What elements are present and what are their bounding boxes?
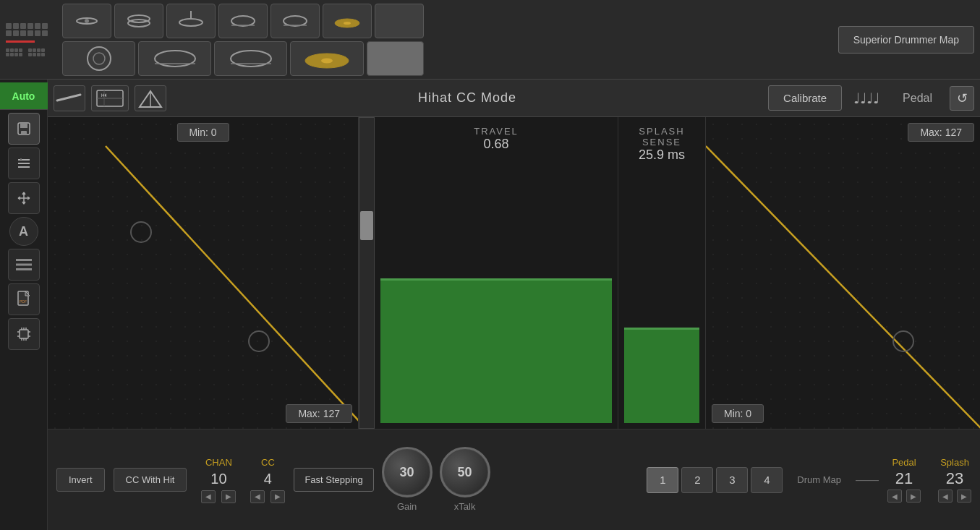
pedal-up-btn[interactable]: ▶ <box>906 490 921 503</box>
pad-ride[interactable] <box>290 41 363 76</box>
pad-empty[interactable] <box>375 4 424 38</box>
xtalk-label: xTalk <box>454 501 476 512</box>
svg-text:PDF: PDF <box>20 299 27 304</box>
splash-bar <box>624 328 699 423</box>
logo-bar <box>6 40 35 43</box>
pad-snare-wide-2[interactable] <box>214 41 287 76</box>
splash-up-btn[interactable]: ▶ <box>957 490 971 503</box>
travel-title: TRAVEL <box>375 126 618 137</box>
cc-value: 4 <box>264 471 272 487</box>
toolbar: ⏮ Hihat CC Mode Calibrate ♩♩♩♩ Pedal ↺ <box>48 80 980 117</box>
a-icon-btn[interactable]: A <box>9 217 38 246</box>
splash-bar-container <box>618 166 705 429</box>
svg-point-1 <box>85 19 89 23</box>
curve-line-right <box>706 117 980 429</box>
channel-1-btn[interactable]: 1 <box>647 467 678 493</box>
slider-thumb[interactable] <box>360 211 373 240</box>
curve-handle-right[interactable] <box>892 330 914 352</box>
svg-rect-21 <box>20 123 27 128</box>
save-icon-btn[interactable] <box>8 113 40 145</box>
curve-handle-top-left[interactable] <box>130 221 152 243</box>
pdf-icon-btn[interactable]: PDF <box>8 283 40 315</box>
svg-point-13 <box>93 53 105 64</box>
logo-area <box>6 23 56 56</box>
pad-bass-drum[interactable] <box>62 41 135 76</box>
pedal-btn[interactable]: Pedal <box>891 89 944 108</box>
instrument-row-2 <box>62 41 424 76</box>
cc-up-btn[interactable]: ▶ <box>270 490 285 503</box>
vertical-slider[interactable] <box>359 117 375 429</box>
splash-param: Splash 23 ◀ ▶ <box>938 457 971 503</box>
xtalk-knob[interactable]: 50 <box>440 448 490 497</box>
auto-btn[interactable]: Auto <box>0 82 48 110</box>
pedal-down-btn[interactable]: ◀ <box>887 490 902 503</box>
logo-mini-1 <box>6 48 22 56</box>
logo-dots <box>6 23 56 36</box>
hamburger-icon-btn[interactable] <box>8 249 40 281</box>
curve-panel-left: Min: 0 Max: 127 <box>48 117 359 429</box>
pad-cymbal-small[interactable] <box>62 4 111 38</box>
channel-3-btn[interactable]: 3 <box>716 467 748 493</box>
cc-with-hit-btn[interactable]: CC With Hit <box>114 468 187 492</box>
refresh-btn[interactable]: ↺ <box>950 86 974 111</box>
fast-stepping-btn[interactable]: Fast Stepping <box>294 468 373 492</box>
superior-drummer-btn[interactable]: Superior Drummer Map <box>838 26 974 54</box>
svg-point-11 <box>344 22 351 25</box>
stick-icon-btn[interactable] <box>54 85 85 111</box>
pedal-param-value: 21 <box>895 469 913 488</box>
svg-line-52 <box>706 146 980 428</box>
splash-param-label: Splash <box>940 457 969 468</box>
list-icon-btn[interactable] <box>8 148 40 179</box>
chan-up-btn[interactable]: ▶ <box>221 490 236 503</box>
svg-point-12 <box>88 47 111 70</box>
viz-area: Min: 0 Max: 127 <box>48 117 980 429</box>
channel-4-btn[interactable]: 4 <box>751 467 783 493</box>
splash-down-btn[interactable]: ◀ <box>938 490 953 503</box>
hihat-icon-btn[interactable]: ⏮ <box>91 85 129 111</box>
logo-mini-2 <box>28 48 45 56</box>
move-icon-btn[interactable] <box>8 182 40 214</box>
svg-line-43 <box>57 95 80 101</box>
curve-line-left <box>48 117 358 429</box>
gain-knob-group: 30 Gain <box>383 448 432 512</box>
svg-point-4 <box>179 19 203 26</box>
curve-handle-bottom-left[interactable] <box>248 330 270 352</box>
svg-rect-27 <box>16 259 32 261</box>
pad-cymbal-med[interactable] <box>166 4 216 38</box>
pad-snare-1[interactable] <box>218 4 268 38</box>
gain-knob-value: 30 <box>400 465 414 480</box>
pad-selected-empty[interactable] <box>367 41 425 76</box>
chan-arrows: ◀ ▶ <box>201 490 236 503</box>
middle-panel: TRAVEL 0.68 SPLASH SENSE 25.9 ms <box>375 117 705 429</box>
triangle-icon-btn[interactable] <box>135 85 166 111</box>
pad-snare-wide[interactable] <box>138 41 211 76</box>
chip-icon-btn[interactable] <box>8 318 40 350</box>
svg-rect-22 <box>21 131 27 134</box>
cc-arrows: ◀ ▶ <box>250 490 285 503</box>
calibrate-btn[interactable]: Calibrate <box>768 85 842 111</box>
pedal-arrows: ◀ ▶ <box>887 490 921 503</box>
pedal-param: Pedal 21 ◀ ▶ <box>887 457 921 503</box>
bottom-controls: Invert CC With Hit CHAN 10 ◀ ▶ CC 4 <box>48 429 980 530</box>
drum-map-label: Drum Map <box>797 474 841 485</box>
invert-btn[interactable]: Invert <box>56 468 105 492</box>
pad-crash[interactable] <box>323 4 372 38</box>
pad-hihat-closed[interactable] <box>114 4 163 38</box>
left-sidebar: Auto <box>0 80 48 530</box>
svg-rect-29 <box>16 268 32 270</box>
channel-2-btn[interactable]: 2 <box>681 467 713 493</box>
pad-snare-2[interactable] <box>270 4 320 38</box>
gain-knob[interactable]: 30 <box>383 448 432 497</box>
logo-row2 <box>6 48 56 56</box>
chan-cc-group: CHAN 10 ◀ ▶ CC 4 ◀ ▶ <box>201 457 285 503</box>
svg-point-8 <box>284 16 307 26</box>
splash-arrows: ◀ ▶ <box>938 490 971 503</box>
notes-icon: ♩♩♩♩ <box>848 90 885 107</box>
left-max-label: Max: 127 <box>286 404 352 423</box>
xtalk-knob-value: 50 <box>458 465 472 480</box>
svg-rect-24 <box>18 163 30 164</box>
chan-group: CHAN 10 ◀ ▶ <box>201 457 236 503</box>
chan-down-btn[interactable]: ◀ <box>201 490 216 503</box>
cc-down-btn[interactable]: ◀ <box>250 490 265 503</box>
mode-label: Hihat CC Mode <box>172 90 762 106</box>
